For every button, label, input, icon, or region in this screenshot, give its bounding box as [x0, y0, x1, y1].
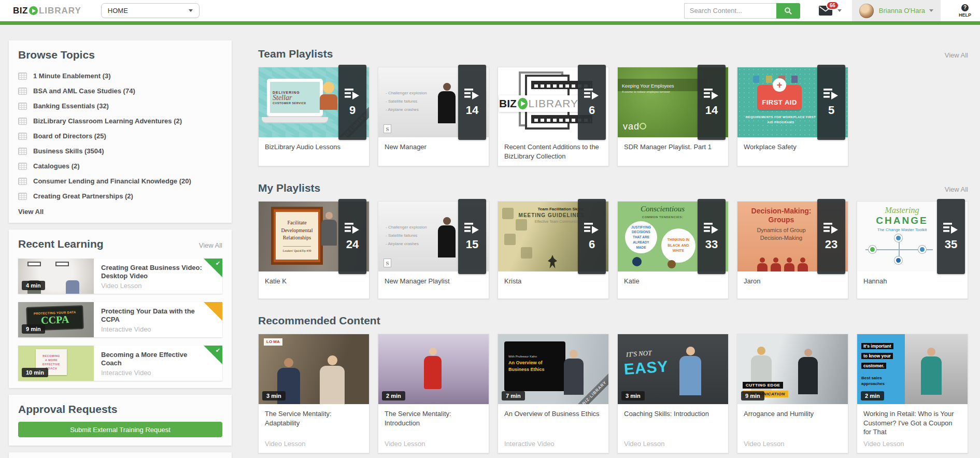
topic-item[interactable]: BSA and AML Case Studies (74)	[18, 83, 222, 98]
vado-logo: vad	[623, 121, 640, 132]
content-type: Video Lesson	[863, 439, 961, 449]
recent-learning-item[interactable]: PROTECTING YOUR DATA CCPA 9 min Protecti…	[18, 302, 222, 337]
content-thumbnail[interactable]: IT'S NOT EASY 3 min	[618, 334, 728, 404]
content-card[interactable]: CUTTING EDGE COMMUNICATION 9 min Arrogan…	[737, 334, 848, 453]
playlist-thumbnail[interactable]: Facilitate Developmental Relationships L…	[259, 202, 369, 271]
topic-grid-icon	[18, 118, 27, 125]
search-button[interactable]	[776, 3, 800, 19]
content-info: The Service Mentality: Introduction Vide…	[378, 404, 489, 453]
content-thumbnail[interactable]: LO MA 3 min	[259, 334, 369, 404]
playlist-thumbnail[interactable]: Keeping Your Employees A course to reduc…	[618, 67, 728, 137]
content-card[interactable]: LO MA 3 min The Service Mentality: Adapt…	[258, 334, 370, 453]
first-aid-cross-icon: +	[773, 78, 786, 92]
duration-badge: 9 min	[741, 391, 764, 400]
notifications-menu[interactable]: 66	[819, 6, 842, 16]
playlist-thumbnail[interactable]: BIZ LIBRARY 6	[498, 67, 608, 137]
approval-requests-card: Approval Requests Submit External Traini…	[9, 395, 232, 446]
playlist-title: Katie	[618, 271, 728, 298]
content-thumbnail[interactable]: It's important to know your customer. Be…	[857, 334, 968, 404]
submit-external-training-request-button[interactable]: Submit External Training Request	[18, 422, 222, 437]
topic-item[interactable]: BizLibrary Classroom Learning Adventures…	[18, 113, 222, 128]
topic-grid-icon	[18, 103, 27, 110]
lesson-thumbnail: 4 min	[18, 259, 94, 294]
my-playlists-row: Facilitate Developmental Relationships L…	[258, 201, 980, 299]
content-card[interactable]: It's important to know your customer. Be…	[857, 334, 968, 453]
thumbnail-text: Team Facilitation Skills:	[519, 207, 585, 211]
playlist-card[interactable]: DELIVERING Stellar CUSTOMER SERVICE BIZ◦…	[258, 67, 370, 166]
recent-learning-item[interactable]: 4 min Creating Great Business Video: Des…	[18, 259, 222, 294]
playlist-title: Jaron	[737, 271, 848, 298]
team-playlists-row: DELIVERING Stellar CUSTOMER SERVICE BIZ◦…	[258, 67, 980, 166]
thumbnail-text: customer.	[861, 363, 886, 369]
topic-item[interactable]: Banking Essentials (32)	[18, 98, 222, 113]
skillsoft-logo: S	[384, 124, 391, 133]
biz-library-logo[interactable]: BIZ LIBRARY	[13, 6, 81, 16]
logo-library-text: LIBRARY	[39, 6, 81, 16]
content-title: Arrogance and Humility	[744, 409, 842, 419]
playlist-thumbnail[interactable]: + FIRST AID REQUIREMENTS FOR WORKPLACE F…	[737, 67, 848, 137]
playlist-card[interactable]: - Challenger explosion - Satellite failu…	[378, 201, 489, 299]
playlist-title: Katie K	[259, 271, 369, 298]
search-input[interactable]	[684, 3, 776, 19]
content-thumbnail[interactable]: With Professor Kahn An Overview of Busin…	[498, 334, 608, 404]
content-card[interactable]: With Professor Kahn An Overview of Busin…	[498, 334, 609, 453]
my-playlists-view-all[interactable]: View All	[945, 185, 968, 193]
content-thumbnail[interactable]: CUTTING EDGE COMMUNICATION 9 min	[737, 334, 848, 404]
topic-item[interactable]: Creating Great Partnerships (2)	[18, 189, 222, 204]
check-icon: ✔	[216, 260, 220, 267]
thumbnail-text: CHANGE	[857, 215, 947, 226]
playlist-card[interactable]: Mastering CHANGE The Change Master Toolk…	[857, 201, 968, 299]
recent-learning-view-all[interactable]: View All	[199, 241, 222, 249]
playlist-strip: 24	[338, 199, 366, 274]
playlist-card[interactable]: BIZ LIBRARY 6 Recent Content Additions t…	[498, 67, 609, 166]
playlist-card[interactable]: Facilitate Developmental Relationships L…	[258, 201, 370, 299]
playlist-card[interactable]: + FIRST AID REQUIREMENTS FOR WORKPLACE F…	[737, 67, 848, 166]
content-card[interactable]: IT'S NOT EASY 3 min Coaching Skills: Int…	[617, 334, 729, 453]
thumbnail-text: FIRST AID	[762, 98, 797, 106]
topic-item[interactable]: Catalogues (2)	[18, 159, 222, 174]
content-type: Video Lesson	[385, 439, 482, 449]
content-type: Interactive Video	[504, 439, 602, 449]
topic-label: BizLibrary Classroom Learning Adventures…	[33, 117, 182, 125]
thumbnail-text: COMMON TENDENCIES:	[618, 216, 707, 219]
home-dropdown[interactable]: HOME	[101, 3, 200, 18]
content-card[interactable]: 2 min The Service Mentality: Introductio…	[378, 334, 489, 453]
team-playlists-view-all[interactable]: View All	[945, 51, 968, 59]
playlist-thumbnail[interactable]: Team Facilitation Skills: MEETING GUIDEL…	[498, 202, 608, 271]
playlist-thumbnail[interactable]: Decision-Making: Groups Dynamics of Grou…	[737, 202, 848, 271]
thumbnail-text: Decision-Making: Groups	[737, 207, 825, 224]
playlist-card[interactable]: Decision-Making: Groups Dynamics of Grou…	[737, 201, 848, 299]
help-button[interactable]: ? HELP	[955, 4, 975, 18]
thumbnail-text: Effective Team Communication	[519, 220, 585, 223]
thumbnail-text: Leaders' QuickTip #39	[283, 246, 311, 252]
topic-item[interactable]: Board of Directors (25)	[18, 128, 222, 144]
lesson-info: Creating Great Business Video: Desktop V…	[94, 259, 222, 294]
topic-item[interactable]: 1 Minute Enablement (3)	[18, 68, 222, 83]
playlist-card[interactable]: Team Facilitation Skills: MEETING GUIDEL…	[498, 201, 609, 299]
playlist-title: Hannah	[857, 271, 968, 298]
user-menu[interactable]: Brianna O'Hara	[852, 0, 941, 21]
play-icon	[29, 6, 38, 15]
thumbnail-text: Mastering	[857, 206, 947, 215]
content-info: Coaching Skills: Introduction Video Less…	[618, 404, 728, 453]
content-title: An Overview of Business Ethics	[504, 409, 602, 419]
playlist-thumbnail[interactable]: DELIVERING Stellar CUSTOMER SERVICE BIZ◦…	[259, 67, 369, 137]
playlist-card[interactable]: Keeping Your Employees A course to reduc…	[617, 67, 729, 166]
playlist-thumbnail[interactable]: Conscientious COMMON TENDENCIES: JUSTIFY…	[618, 202, 728, 271]
content-thumbnail[interactable]: 2 min	[378, 334, 489, 404]
playlist-thumbnail[interactable]: - Challenger explosion - Satellite failu…	[378, 202, 489, 271]
lesson-type: Video Lesson	[101, 282, 216, 290]
playlist-thumbnail[interactable]: Mastering CHANGE The Change Master Toolk…	[857, 202, 968, 271]
topic-item[interactable]: Consumer Lending and Financial Knowledge…	[18, 174, 222, 189]
duration-badge: 2 min	[861, 391, 884, 400]
recent-learning-item[interactable]: BECOMING A MORE EFFECTIVE COACH 10 min B…	[18, 346, 222, 381]
playlist-card[interactable]: Conscientious COMMON TENDENCIES: JUSTIFY…	[617, 201, 729, 299]
playlist-thumbnail[interactable]: - Challenger explosion - Satellite failu…	[378, 67, 489, 137]
playlist-count: 5	[828, 104, 834, 117]
playlist-card[interactable]: - Challenger explosion - Satellite failu…	[378, 67, 489, 166]
thumbnail-text: Facilitate	[287, 219, 306, 227]
topic-item[interactable]: Business Skills (3504)	[18, 144, 222, 159]
playlist-title: BizLibrary Audio Lessons	[259, 137, 369, 164]
browse-topics-view-all[interactable]: View All	[18, 208, 222, 216]
accent-bar	[0, 21, 980, 25]
